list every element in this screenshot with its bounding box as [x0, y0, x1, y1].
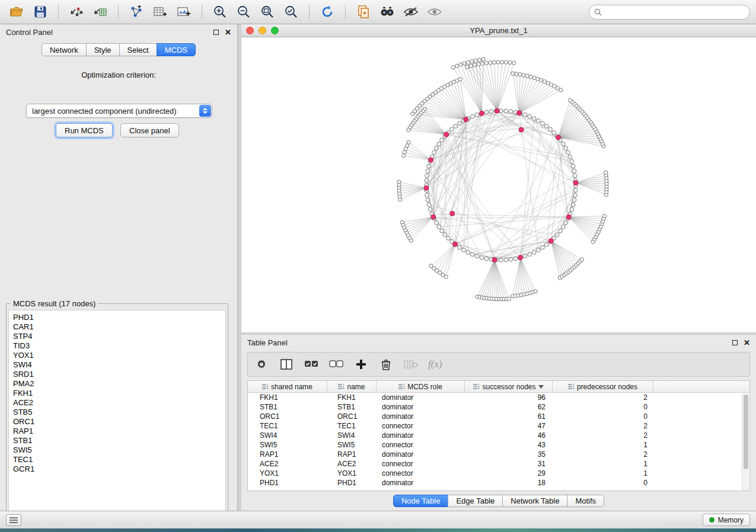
float-panel-icon[interactable] — [213, 30, 219, 35]
mcds-result-item[interactable]: ORC1 — [13, 417, 225, 427]
zoom-in-icon[interactable] — [209, 3, 231, 21]
maximize-window-icon[interactable] — [271, 27, 279, 34]
column-header-predecessor-nodes[interactable]: predecessor nodes — [553, 381, 653, 392]
tab-node-table[interactable]: Node Table — [393, 495, 449, 507]
mcds-result-item[interactable]: STB1 — [13, 436, 225, 446]
tab-network[interactable]: Network — [42, 43, 87, 56]
hide-graphics-icon[interactable] — [400, 3, 422, 21]
table-row[interactable]: YOX1YOX1connector291 — [248, 469, 749, 478]
memory-button[interactable]: Memory — [703, 514, 750, 526]
table-cell: dominator — [377, 402, 465, 412]
zoom-fit-icon[interactable] — [257, 3, 278, 21]
column-header-mcds-role[interactable]: MCDS role — [377, 381, 465, 392]
search-network-icon[interactable] — [377, 3, 398, 21]
mcds-result-item[interactable]: PMA2 — [13, 379, 225, 389]
table-row[interactable]: PHD1PHD1dominator180 — [248, 478, 749, 488]
show-graphics-icon[interactable] — [424, 3, 445, 21]
mcds-result-group: MCDS result (17 nodes) PHD1CAR1STP4TID3Y… — [6, 299, 228, 521]
toolbar-separator — [118, 5, 119, 19]
deselect-all-rows-icon[interactable] — [328, 357, 344, 372]
table-cell: 61 — [465, 412, 553, 421]
table-row[interactable]: SWI5SWI5connector431 — [248, 440, 749, 450]
new-table-icon[interactable] — [149, 3, 171, 21]
criterion-value: largest connected component (undirected) — [32, 107, 177, 116]
mcds-result-item[interactable]: ACE2 — [13, 398, 225, 408]
table-scrollbar-thumb[interactable] — [744, 395, 748, 469]
create-column-icon[interactable] — [353, 357, 369, 372]
mcds-result-item[interactable]: STP4 — [13, 332, 225, 341]
table-row[interactable]: RAP1RAP1dominator352 — [248, 450, 749, 459]
tab-edge-table[interactable]: Edge Table — [448, 495, 503, 507]
table-cell: 62 — [465, 402, 553, 412]
import-network-file-icon[interactable] — [66, 3, 87, 21]
table-cell: SWI5 — [248, 440, 327, 450]
network-canvas[interactable] — [241, 37, 756, 332]
show-columns-icon[interactable] — [279, 357, 294, 372]
mcds-result-item[interactable]: RAP1 — [13, 427, 225, 436]
mcds-result-item[interactable]: FKH1 — [13, 389, 225, 398]
mcds-result-item[interactable]: GCR1 — [13, 464, 225, 474]
export-image-icon[interactable] — [173, 3, 194, 21]
table-row[interactable]: ACE2ACE2connector311 — [248, 459, 749, 469]
close-panel-button[interactable]: Close panel — [120, 123, 179, 137]
network-titlebar[interactable]: YPA_prune.txt_1 — [241, 24, 756, 37]
delete-column-icon[interactable] — [378, 357, 394, 372]
new-network-icon[interactable] — [126, 3, 147, 21]
mcds-result-item[interactable]: YOX1 — [13, 351, 225, 360]
mcds-result-item[interactable]: PHD1 — [13, 313, 225, 322]
criterion-dropdown[interactable]: largest connected component (undirected) — [26, 104, 212, 118]
mcds-result-item[interactable]: TID3 — [13, 341, 225, 351]
mcds-result-list[interactable]: PHD1CAR1STP4TID3YOX1SWI4SRD1PMA2FKH1ACE2… — [8, 310, 226, 518]
minimize-window-icon[interactable] — [259, 27, 266, 34]
search-input[interactable] — [605, 8, 745, 16]
table-row[interactable]: ORC1ORC1dominator610 — [248, 412, 749, 421]
column-header-shared-name[interactable]: shared name — [248, 381, 327, 392]
table-cell: STB1 — [327, 402, 377, 412]
float-table-panel-icon[interactable] — [732, 340, 738, 345]
mcds-result-item[interactable]: SWI4 — [13, 360, 225, 370]
table-row[interactable]: SWI4SWI4dominator462 — [248, 431, 749, 440]
import-table-file-icon[interactable] — [90, 3, 111, 21]
close-panel-icon[interactable]: ✕ — [225, 28, 231, 36]
mcds-result-item[interactable]: SRD1 — [13, 370, 225, 379]
table-scrollbar[interactable] — [742, 393, 749, 491]
table-cell: TEC1 — [248, 421, 327, 431]
table-cell: 47 — [465, 421, 553, 431]
zoom-out-icon[interactable] — [233, 3, 254, 21]
mcds-result-item[interactable]: CAR1 — [13, 322, 225, 332]
mcds-result-item[interactable]: SWI5 — [13, 446, 225, 455]
column-header-name[interactable]: name — [327, 381, 377, 392]
zoom-selected-icon[interactable] — [280, 3, 302, 21]
refresh-icon[interactable] — [317, 3, 338, 21]
close-window-icon[interactable] — [246, 27, 254, 34]
sort-icon — [262, 383, 269, 390]
tab-mcds[interactable]: MCDS — [157, 43, 196, 56]
mcds-result-item[interactable]: TEC1 — [13, 455, 225, 464]
table-cell: 0 — [553, 402, 653, 412]
status-menu-button[interactable] — [6, 514, 21, 526]
hamburger-icon — [9, 517, 18, 523]
clear-table-icon — [403, 357, 419, 372]
table-row[interactable]: TEC1TEC1connector472 — [248, 421, 749, 431]
run-mcds-button[interactable]: Run MCDS — [56, 123, 113, 137]
tab-select[interactable]: Select — [119, 43, 157, 56]
network-window: YPA_prune.txt_1 — [241, 24, 756, 332]
table-cell: STB1 — [248, 402, 327, 412]
control-panel-tabs: Network Style Select MCDS — [0, 43, 237, 56]
table-cell: connector — [377, 440, 465, 450]
open-folder-icon[interactable] — [6, 3, 27, 21]
column-header-successor-nodes[interactable]: successor nodes — [465, 381, 553, 392]
close-table-panel-icon[interactable]: ✕ — [744, 339, 750, 347]
table-row[interactable]: STB1STB1dominator620 — [248, 402, 749, 412]
tab-motifs[interactable]: Motifs — [567, 495, 604, 507]
mcds-result-item[interactable]: STB5 — [13, 408, 225, 417]
table-row[interactable]: FKH1FKH1dominator962 — [248, 393, 749, 402]
tab-network-table[interactable]: Network Table — [502, 495, 567, 507]
copy-style-icon[interactable] — [353, 3, 374, 21]
search-icon — [594, 8, 602, 16]
select-all-rows-icon[interactable] — [304, 357, 319, 372]
tab-style[interactable]: Style — [86, 43, 120, 56]
table-cell: dominator — [377, 431, 465, 440]
table-settings-gear-icon[interactable] — [254, 357, 269, 372]
save-icon[interactable] — [30, 3, 51, 21]
